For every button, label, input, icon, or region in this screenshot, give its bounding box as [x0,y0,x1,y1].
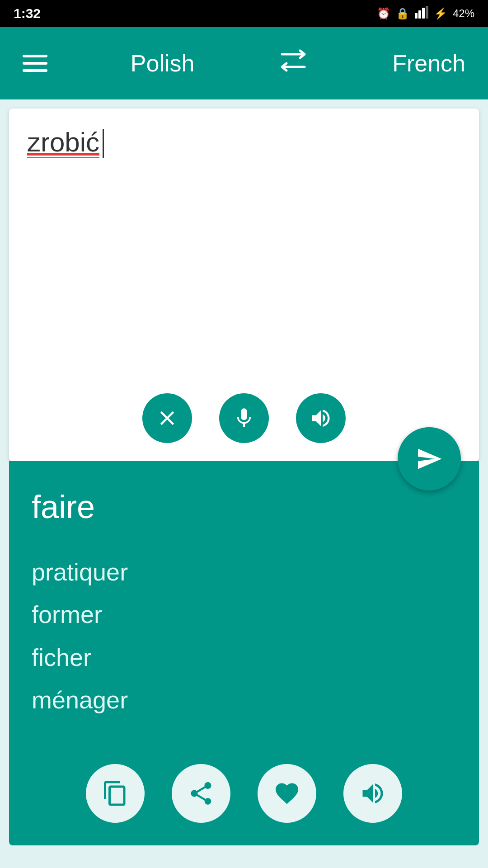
result-secondary-1: pratiquer [32,552,456,591]
input-text-area[interactable]: zrobić [27,127,461,158]
target-language[interactable]: French [392,50,465,77]
nav-bar: Polish French [0,27,488,99]
share-button[interactable] [172,764,230,823]
favorite-button[interactable] [258,764,316,823]
status-icons: ⏰ 🔒 ⚡ 42% [377,6,474,21]
input-text: zrobić [27,127,99,158]
sim-icon: 🔒 [396,7,409,20]
microphone-button[interactable] [219,393,269,443]
status-time: 1:32 [14,6,41,21]
result-secondary-2: former [32,595,456,634]
svg-rect-0 [415,13,418,19]
svg-rect-2 [422,8,425,19]
copy-button[interactable] [86,764,145,823]
menu-button[interactable] [23,55,47,72]
text-cursor [103,129,104,158]
translate-button[interactable] [398,427,461,491]
result-secondary: pratiquer former ficher ménager [32,552,456,720]
input-controls [142,393,346,443]
battery-text: 42% [453,7,474,20]
signal-icon [415,6,428,21]
result-section: faire pratiquer former ficher ménager [9,461,479,845]
result-primary: faire [32,488,456,525]
swap-languages-button[interactable] [277,48,309,79]
result-secondary-4: ménager [32,680,456,719]
input-section: zrobić [9,108,479,461]
result-actions [86,764,402,823]
result-secondary-3: ficher [32,638,456,677]
source-language[interactable]: Polish [131,50,195,77]
speak-result-button[interactable] [343,764,402,823]
clear-button[interactable] [142,393,192,443]
svg-rect-3 [426,6,428,19]
svg-rect-1 [418,10,421,19]
alarm-icon: ⏰ [377,7,390,20]
charging-icon: ⚡ [434,7,447,20]
status-bar: 1:32 ⏰ 🔒 ⚡ 42% [0,0,488,27]
speak-input-button[interactable] [296,393,346,443]
